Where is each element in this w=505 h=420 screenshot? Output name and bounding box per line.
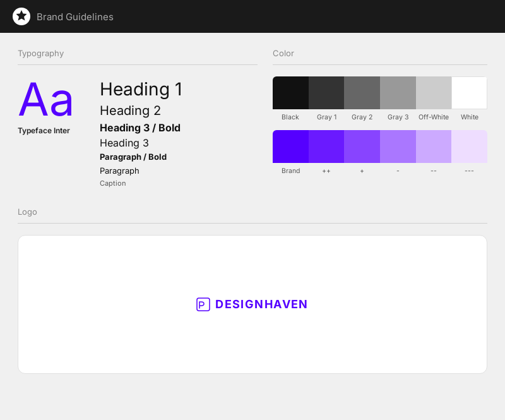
nav-brand: Brand Guidelines xyxy=(37,11,114,23)
typography-section: Typography Aa Typeface Inter Heading 1 H… xyxy=(18,48,258,189)
big-aa: Aa xyxy=(18,76,74,122)
brand-color-group: Brand ++ + - -- --- xyxy=(273,130,487,175)
color-section: Color Black Gray 1 Gray 2 Gray 3 Off-Whi… xyxy=(273,48,487,189)
color-swatch-black: Black xyxy=(273,76,309,121)
brand-swatch-__: -- xyxy=(416,130,452,175)
logo-card: DESIGNHAVEN xyxy=(18,235,487,374)
caption-sample: Caption xyxy=(100,178,182,189)
nav-logo-icon xyxy=(13,8,30,25)
logo-text: DESIGNHAVEN xyxy=(215,297,309,311)
brand-swatch-brand: Brand xyxy=(273,130,309,175)
color-swatch-gray-1: Gray 1 xyxy=(309,76,345,121)
h3-sample: Heading 3 xyxy=(100,136,182,150)
sections-row: Typography Aa Typeface Inter Heading 1 H… xyxy=(18,48,487,189)
h1-sample: Heading 1 xyxy=(100,79,182,100)
brand-swatch-__: ++ xyxy=(309,130,345,175)
typeface-name: Inter xyxy=(54,126,70,135)
color-divider xyxy=(273,64,487,65)
h3-bold-sample: Heading 3 / Bold xyxy=(100,121,182,135)
brand-light: Guidelines xyxy=(63,11,114,23)
typeface-label-text: Typeface xyxy=(18,126,52,135)
logo-title: Logo xyxy=(18,207,487,217)
paragraph-sample: Paragraph xyxy=(100,165,182,177)
logo-inner: DESIGNHAVEN xyxy=(196,297,309,311)
brand-swatch-___: --- xyxy=(451,130,487,175)
logo-divider xyxy=(18,223,487,224)
logo-section: Logo DESIGNHAVEN xyxy=(18,207,487,374)
color-swatch-off-white: Off-White xyxy=(416,76,452,121)
brand-swatch-_: - xyxy=(380,130,416,175)
h2-sample: Heading 2 xyxy=(100,102,182,119)
typography-content: Aa Typeface Inter Heading 1 Heading 2 He… xyxy=(18,76,258,189)
color-swatch-gray-3: Gray 3 xyxy=(380,76,416,121)
neutral-color-group: Black Gray 1 Gray 2 Gray 3 Off-White Whi… xyxy=(273,76,487,121)
color-swatch-gray-2: Gray 2 xyxy=(344,76,380,121)
brand-color-row: Brand ++ + - -- --- xyxy=(273,130,487,175)
paragraph-bold-sample: Paragraph / Bold xyxy=(100,151,182,164)
nav-logo: Brand Guidelines xyxy=(13,8,114,25)
main-content: Typography Aa Typeface Inter Heading 1 H… xyxy=(0,33,505,420)
logo-icon xyxy=(196,297,210,311)
top-nav: Brand Guidelines xyxy=(0,0,505,33)
color-swatch-white: White xyxy=(451,76,487,121)
typography-title: Typography xyxy=(18,48,258,58)
color-title: Color xyxy=(273,48,487,58)
svg-rect-1 xyxy=(197,298,210,311)
typeface-label: Typeface Inter xyxy=(18,126,70,135)
type-specimen: Aa Typeface Inter xyxy=(18,76,87,135)
brand-swatch-_: + xyxy=(344,130,380,175)
type-scale: Heading 1 Heading 2 Heading 3 / Bold Hea… xyxy=(100,76,182,189)
brand-bold: Brand xyxy=(37,11,63,23)
typography-divider xyxy=(18,64,258,65)
